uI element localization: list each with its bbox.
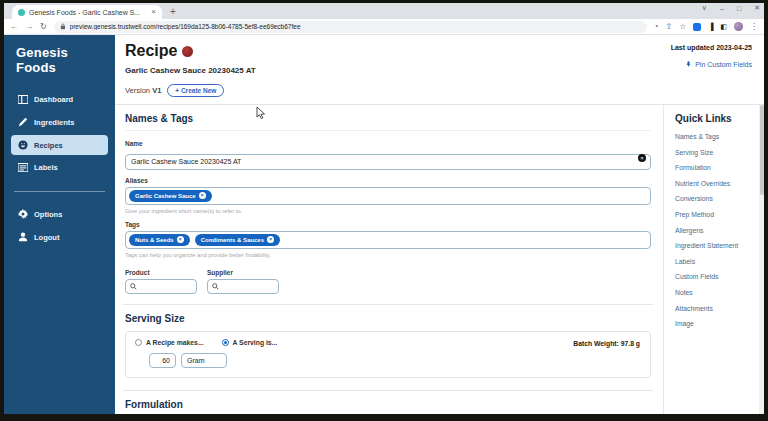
remove-tag-icon[interactable]: × [267,236,274,243]
gear-icon [18,209,28,219]
quick-links-title: Quick Links [675,113,759,124]
sidebar-item-label: Ingredients [34,118,74,127]
remove-alias-icon[interactable]: × [199,192,206,199]
sidebar-item-options[interactable]: Options [11,204,108,224]
search-icon [212,283,219,290]
quick-link-names-tags[interactable]: Names & Tags [675,133,759,140]
scrollbar-thumb[interactable] [760,105,764,195]
pin-icon [685,61,692,68]
share-icon[interactable]: ⇪ [666,22,673,31]
reload-icon[interactable]: ↻ [40,23,47,31]
radio-selected-icon[interactable] [222,339,229,346]
quick-link-formulation[interactable]: Formulation [675,164,759,171]
sidebar-item-labels[interactable]: Labels [11,158,108,177]
name-input[interactable] [125,154,651,170]
version-label: Version V1 [125,86,161,95]
pencil-icon [18,117,28,127]
quick-link-nutrient-overrides[interactable]: Nutrient Overrides [675,180,759,187]
browser-menu-icon[interactable]: ⋮ [750,22,758,31]
quick-link-prep-method[interactable]: Prep Method [675,211,759,218]
bookmark-star-icon[interactable]: ☆ [679,22,686,31]
tag-chip[interactable]: Nuts & Seeds × [129,234,190,246]
serving-unit-input[interactable] [181,353,227,368]
plus-icon: + [175,87,179,94]
sidebar-item-label: Options [34,210,62,219]
supplier-search-input[interactable] [207,279,279,294]
window-maximize-icon[interactable]: □ [737,5,741,12]
tab-strip: Genesis Foods - Garlic Cashew S... × + ∨… [4,3,764,19]
quick-link-labels[interactable]: Labels [675,258,759,265]
extension-icon[interactable] [693,23,701,31]
download-icon[interactable]: ◔ [654,22,659,31]
serving-amount-input[interactable] [149,353,176,368]
product-search-input[interactable] [125,279,197,294]
quick-link-notes[interactable]: Notes [675,289,759,296]
tags-help-text: Tags can help you organize and provide b… [125,252,651,258]
clear-name-icon[interactable]: × [638,154,646,162]
window-minimize-icon[interactable]: – [720,5,724,12]
radio-serving-is-label: A Serving is... [233,339,278,346]
back-icon[interactable]: ← [10,23,18,31]
tag-chip-label: Condiments & Sauces [201,237,264,243]
quick-link-attachments[interactable]: Attachments [675,305,759,312]
url-input[interactable] [70,23,641,30]
product-field-label: Product [125,269,197,276]
page-header: Recipe Garlic Cashew Sauce 20230425 AT V… [115,35,764,105]
page-title: Recipe [125,42,754,60]
radio-unselected-icon[interactable] [135,339,142,346]
aliases-help-text: Give your ingredient short name(s) to re… [125,208,651,214]
radio-recipe-makes[interactable]: A Recipe makes... [135,339,204,346]
sidebar-item-label: Recipes [34,141,63,150]
serving-size-panel: A Recipe makes... A Serving is... Batch … [125,331,651,378]
quick-link-conversions[interactable]: Conversions [675,195,759,202]
tag-chip[interactable]: Condiments & Sauces × [195,234,280,246]
tab-title: Genesis Foods - Garlic Cashew S... [29,9,147,16]
version-word: Version [125,86,150,95]
section-title-names-tags: Names & Tags [125,113,651,124]
aliases-input[interactable]: Garlic Cashew Sauce × [125,187,651,205]
aliases-field-label: Aliases [125,177,651,184]
browser-toolbar: ← → ↻ ◔ ⇪ ☆ ▐ ◧ ⋮ [4,19,764,35]
pin-custom-fields-link[interactable]: Pin Custom Fields [671,61,752,68]
tags-input[interactable]: Nuts & Seeds × Condiments & Sauces × [125,231,651,249]
page-title-text: Recipe [125,42,177,60]
main-area: Recipe Garlic Cashew Sauce 20230425 AT V… [115,35,764,414]
browser-tab[interactable]: Genesis Foods - Garlic Cashew S... × [12,5,162,19]
recipes-icon [18,140,28,150]
quick-link-serving-size[interactable]: Serving Size [675,149,759,156]
create-new-version-button[interactable]: + Create New [167,84,224,97]
sidebar-panel-icon[interactable]: ▐ [708,23,713,30]
recipe-form: Names & Tags Name × Aliases Garlic Cashe… [115,105,663,414]
app-logo: Genesis Foods [4,41,115,87]
radio-serving-is[interactable]: A Serving is... [222,339,278,346]
create-new-label: Create New [181,87,216,94]
name-field-label: Name [125,140,651,147]
recipe-name: Garlic Cashew Sauce 20230425 AT [125,66,754,75]
sidebar-item-recipes[interactable]: Recipes [11,135,108,155]
sidebar-item-label: Labels [34,163,58,172]
window-menu-icon[interactable]: ∨ [702,4,707,12]
new-tab-button[interactable]: + [170,6,176,19]
page-scrollbar[interactable] [759,105,764,414]
quick-links-panel: Quick Links Names & Tags Serving Size Fo… [663,105,759,414]
profile-avatar[interactable] [734,22,743,31]
app-sidebar: Genesis Foods Dashboard Ingredients [4,35,115,414]
quick-link-ingredient-statement[interactable]: Ingredient Statement [675,242,759,249]
sidebar-item-dashboard[interactable]: Dashboard [11,90,108,109]
section-title-formulation: Formulation [125,399,651,410]
forward-icon[interactable]: → [25,23,33,31]
remove-tag-icon[interactable]: × [177,236,184,243]
search-icon [130,283,137,290]
quick-link-custom-fields[interactable]: Custom Fields [675,273,759,280]
sidebar-item-ingredients[interactable]: Ingredients [11,112,108,132]
site-favicon-icon [18,9,25,16]
extensions-puzzle-icon[interactable]: ◧ [720,23,727,31]
url-bar[interactable] [54,21,647,33]
alias-chip[interactable]: Garlic Cashew Sauce × [129,190,212,202]
quick-link-allergens[interactable]: Allergens [675,227,759,234]
sidebar-item-logout[interactable]: Logout [11,227,108,247]
window-close-icon[interactable]: ✕ [754,4,760,12]
quick-link-image[interactable]: Image [675,320,759,327]
tab-close-icon[interactable]: × [151,8,156,16]
tag-chip-label: Nuts & Seeds [135,237,174,243]
